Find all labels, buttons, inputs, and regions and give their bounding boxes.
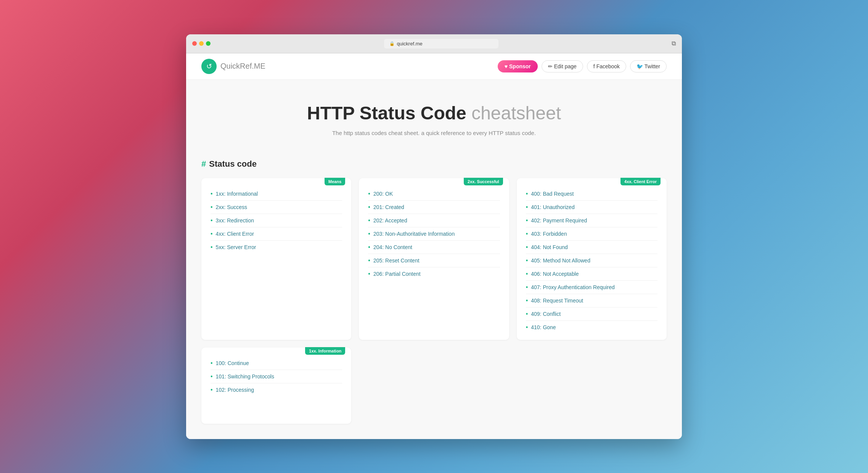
list-item[interactable]: 5xx: Server Error [211, 241, 342, 254]
list-item[interactable]: 408: Request Timeout [526, 294, 657, 307]
title-bold: HTTP Status Code [307, 103, 466, 123]
list-item[interactable]: 406: Not Acceptable [526, 267, 657, 281]
card-badge-1xx: 1xx. Information [305, 347, 345, 355]
list-item[interactable]: 203: Non-Authoritative Information [368, 227, 500, 241]
list-item[interactable]: 409: Conflict [526, 307, 657, 321]
list-item[interactable]: 201: Created [368, 201, 500, 214]
list-item[interactable]: 4xx: Client Error [211, 227, 342, 241]
logo-icon: ↺ [201, 59, 217, 74]
address-bar: 🔒 quickref.me [215, 39, 667, 48]
card-2xx: 2xx. Successful 200: OK 201: Created 202… [359, 178, 509, 340]
card-list-means: 1xx: Informational 2xx: Success 3xx: Red… [211, 187, 342, 254]
card-list-1xx: 100: Continue 101: Switching Protocols 1… [211, 357, 342, 396]
list-item[interactable]: 202: Accepted [368, 214, 500, 227]
list-item[interactable]: 401: Unauthorized [526, 201, 657, 214]
card-badge-4xx: 4xx. Client Error [620, 178, 661, 185]
page-content: ↺ QuickRef.ME ♥ Sponsor ✏ Edit page f Fa… [186, 53, 682, 439]
card-badge-2xx: 2xx. Successful [464, 178, 503, 185]
list-item[interactable]: 404: Not Found [526, 241, 657, 254]
card-4xx: 4xx. Client Error 400: Bad Request 401: … [517, 178, 667, 340]
list-item[interactable]: 102: Processing [211, 383, 342, 396]
navbar: ↺ QuickRef.ME ♥ Sponsor ✏ Edit page f Fa… [186, 53, 682, 80]
list-item[interactable]: 100: Continue [211, 357, 342, 370]
browser-actions: ⧉ [672, 40, 676, 47]
copy-icon[interactable]: ⧉ [672, 40, 676, 47]
list-item[interactable]: 2xx: Success [211, 201, 342, 214]
edit-page-button[interactable]: ✏ Edit page [542, 60, 583, 72]
list-item[interactable]: 400: Bad Request [526, 187, 657, 201]
browser-chrome: 🔒 quickref.me ⧉ [186, 34, 682, 53]
list-item[interactable]: 403: Forbidden [526, 227, 657, 241]
heading-text: Status code [209, 159, 257, 169]
lock-icon: 🔒 [389, 41, 395, 46]
list-item[interactable]: 407: Proxy Authentication Required [526, 281, 657, 294]
card-list-2xx: 200: OK 201: Created 202: Accepted 203: … [368, 187, 500, 280]
cards-grid-row2: 1xx. Information 100: Continue 101: Swit… [201, 348, 667, 424]
page-subtitle: The http status codes cheat sheet. a qui… [201, 130, 667, 136]
list-item[interactable]: 101: Switching Protocols [211, 370, 342, 383]
minimize-button[interactable] [199, 41, 204, 46]
list-item[interactable]: 405: Method Not Allowed [526, 254, 657, 267]
hero-section: HTTP Status Code cheatsheet The http sta… [186, 80, 682, 151]
traffic-lights [192, 41, 211, 46]
facebook-button[interactable]: f Facebook [587, 60, 626, 72]
list-item[interactable]: 200: OK [368, 187, 500, 201]
heading-hash: # [201, 159, 206, 169]
address-bar-input[interactable]: 🔒 quickref.me [384, 39, 498, 48]
list-item[interactable]: 1xx: Informational [211, 187, 342, 201]
twitter-button[interactable]: 🐦 Twitter [630, 60, 667, 72]
list-item[interactable]: 402: Payment Required [526, 214, 657, 227]
page-title: HTTP Status Code cheatsheet [201, 103, 667, 124]
logo-suffix: .ME [252, 62, 265, 70]
maximize-button[interactable] [206, 41, 211, 46]
list-item[interactable]: 206: Partial Content [368, 267, 500, 280]
logo[interactable]: ↺ QuickRef.ME [201, 59, 265, 74]
card-list-4xx: 400: Bad Request 401: Unauthorized 402: … [526, 187, 657, 334]
list-item[interactable]: 204: No Content [368, 241, 500, 254]
list-item[interactable]: 205: Reset Content [368, 254, 500, 267]
list-item[interactable]: 410: Gone [526, 321, 657, 334]
sponsor-button[interactable]: ♥ Sponsor [498, 60, 538, 72]
nav-actions: ♥ Sponsor ✏ Edit page f Facebook 🐦 Twitt… [498, 60, 667, 72]
card-1xx: 1xx. Information 100: Continue 101: Swit… [201, 348, 351, 424]
cards-grid: Means 1xx: Informational 2xx: Success 3x… [201, 178, 667, 340]
close-button[interactable] [192, 41, 197, 46]
section-heading: # Status code [201, 159, 667, 169]
address-text: quickref.me [397, 41, 423, 47]
list-item[interactable]: 3xx: Redirection [211, 214, 342, 227]
title-light: cheatsheet [471, 103, 561, 123]
browser-window: 🔒 quickref.me ⧉ ↺ QuickRef.ME ♥ Sponsor … [186, 34, 682, 439]
card-means: Means 1xx: Informational 2xx: Success 3x… [201, 178, 351, 340]
logo-text: QuickRef.ME [220, 62, 265, 71]
status-code-section: # Status code Means 1xx: Informational 2… [186, 151, 682, 439]
card-badge-means: Means [325, 178, 345, 185]
logo-name: QuickRef [220, 62, 252, 70]
